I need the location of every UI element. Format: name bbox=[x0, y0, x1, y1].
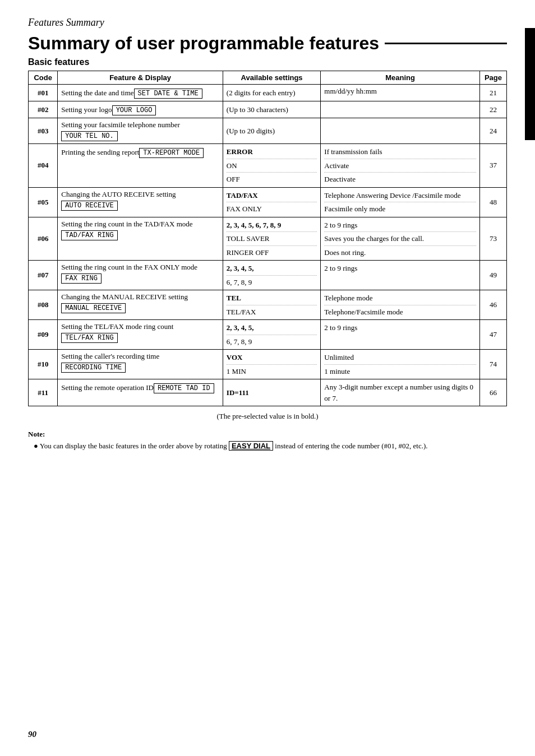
feature-text: Setting the date and time bbox=[61, 89, 133, 97]
code-cell: #10 bbox=[29, 350, 58, 379]
meaning-cell: 2 to 9 rings bbox=[321, 261, 480, 290]
meaning-line: If transmission fails bbox=[324, 146, 476, 157]
meaning-cell: mm/dd/yy hh:mm bbox=[321, 85, 480, 101]
feature-cell: Setting the date and timeSET DATE & TIME bbox=[58, 85, 223, 101]
note-title: Note: bbox=[28, 430, 45, 438]
feature-text: Changing the AUTO RECEIVE setting bbox=[61, 190, 176, 198]
available-cell: ERRORONOFF bbox=[223, 144, 321, 188]
available-line: 6, 7, 8, 9 bbox=[227, 275, 317, 288]
feature-display-box: YOUR LOGO bbox=[112, 105, 156, 115]
code-cell: #01 bbox=[29, 85, 58, 101]
meaning-line: 1 minute bbox=[324, 364, 476, 377]
code-cell: #02 bbox=[29, 101, 58, 118]
feature-display-box: SET DATE & TIME bbox=[134, 89, 202, 99]
note-section: Note: ● You can display the basic featur… bbox=[28, 430, 507, 451]
available-line: RINGER OFF bbox=[227, 245, 317, 258]
feature-cell: Setting the remote operation IDREMOTE TA… bbox=[58, 379, 223, 406]
code-cell: #06 bbox=[29, 217, 58, 261]
meaning-line: Saves you the charges for the call. bbox=[324, 231, 476, 244]
th-meaning: Meaning bbox=[321, 71, 480, 85]
feature-text: Setting the ring count in the FAX ONLY m… bbox=[61, 263, 197, 271]
available-line: TAD/FAX bbox=[227, 190, 317, 201]
page-cell: 66 bbox=[479, 379, 506, 406]
available-line: ERROR bbox=[227, 146, 317, 157]
meaning-line: Facsimile only mode bbox=[324, 202, 476, 215]
table-row: #10Setting the caller's recording timeRE… bbox=[29, 350, 507, 379]
feature-cell: Changing the MANUAL RECEIVE settingMANUA… bbox=[58, 290, 223, 320]
feature-display-box: RECORDING TIME bbox=[61, 363, 126, 373]
feature-display-box: YOUR TEL NO. bbox=[61, 131, 117, 141]
meaning-line: Activate bbox=[324, 159, 476, 171]
available-line: 2, 3, 4, 5, 6, 7, 8, 9 bbox=[227, 220, 317, 231]
page-cell: 47 bbox=[479, 320, 506, 350]
available-line: 2, 3, 4, 5, bbox=[227, 322, 317, 333]
available-line: 2, 3, 4, 5, bbox=[227, 263, 317, 274]
note-bullet-text: You can display the basic features in th… bbox=[40, 442, 227, 450]
code-cell: #09 bbox=[29, 320, 58, 350]
code-cell: #08 bbox=[29, 290, 58, 320]
page-cell: 73 bbox=[479, 217, 506, 261]
available-line: 1 MIN bbox=[227, 364, 317, 377]
code-cell: #05 bbox=[29, 187, 58, 217]
th-feature: Feature & Display bbox=[58, 71, 223, 85]
feature-text: Printing the sending report bbox=[61, 148, 139, 156]
right-tab bbox=[525, 28, 535, 140]
available-cell: (2 digits for each entry) bbox=[223, 85, 321, 101]
meaning-cell: Unlimited1 minute bbox=[321, 350, 480, 379]
feature-text: Setting the caller's recording time bbox=[61, 352, 159, 360]
feature-display-box: FAX RING bbox=[61, 273, 102, 284]
th-available: Available settings bbox=[223, 71, 321, 85]
pre-selected-note: (The pre-selected value is in bold.) bbox=[28, 412, 507, 421]
feature-text: Setting the ring count in the TAD/FAX mo… bbox=[61, 220, 192, 228]
available-cell: TAD/FAXFAX ONLY bbox=[223, 187, 321, 217]
feature-cell: Printing the sending reportTX-REPORT MOD… bbox=[58, 144, 223, 188]
meaning-line: Telephone Answering Device /Facsimile mo… bbox=[324, 190, 476, 201]
page-cell: 46 bbox=[479, 290, 506, 320]
table-row: #04Printing the sending reportTX-REPORT … bbox=[29, 144, 507, 188]
meaning-line: Telephone/Facsimile mode bbox=[324, 305, 476, 318]
sub-title: Basic features bbox=[28, 57, 507, 67]
available-line: ON bbox=[227, 159, 317, 171]
feature-cell: Setting your logoYOUR LOGO bbox=[58, 101, 223, 118]
meaning-line: Does not ring. bbox=[324, 245, 476, 258]
page-cell: 49 bbox=[479, 261, 506, 290]
meaning-line: Any 3-digit number except a number using… bbox=[324, 382, 476, 403]
th-page: Page bbox=[479, 71, 506, 85]
available-line: TEL/FAX bbox=[227, 305, 317, 318]
table-row: #09Setting the TEL/FAX mode ring countTE… bbox=[29, 320, 507, 350]
table-row: #07Setting the ring count in the FAX ONL… bbox=[29, 261, 507, 290]
feature-display-box: TAD/FAX RING bbox=[61, 230, 117, 240]
page-cell: 24 bbox=[479, 118, 506, 144]
page-number: 90 bbox=[28, 730, 36, 739]
code-cell: #03 bbox=[29, 118, 58, 144]
features-table: Code Feature & Display Available setting… bbox=[28, 71, 507, 406]
meaning-line: Unlimited bbox=[324, 352, 476, 363]
available-cell: 2, 3, 4, 5, 6, 7, 8, 9TOLL SAVERRINGER O… bbox=[223, 217, 321, 261]
feature-display-box: TEL/FAX RING bbox=[61, 333, 117, 343]
available-cell: (Up to 20 digits) bbox=[223, 118, 321, 144]
feature-text: Setting your logo bbox=[61, 105, 112, 114]
table-row: #05Changing the AUTO RECEIVE settingAUTO… bbox=[29, 187, 507, 217]
page-cell: 74 bbox=[479, 350, 506, 379]
feature-display-box: TX-REPORT MODE bbox=[139, 148, 204, 158]
feature-text: Setting the remote operation ID bbox=[61, 383, 154, 392]
code-cell: #04 bbox=[29, 144, 58, 188]
page-cell: 48 bbox=[479, 187, 506, 217]
meaning-cell: 2 to 9 ringsSaves you the charges for th… bbox=[321, 217, 480, 261]
feature-cell: Setting the caller's recording timeRECOR… bbox=[58, 350, 223, 379]
page-cell: 22 bbox=[479, 101, 506, 118]
easy-dial-box: EASY DIAL bbox=[229, 441, 273, 451]
page-cell: 21 bbox=[479, 85, 506, 101]
feature-text: Setting your facsimile telephone number bbox=[61, 120, 180, 129]
table-row: #02Setting your logoYOUR LOGO(Up to 30 c… bbox=[29, 101, 507, 118]
meaning-line: 2 to 9 rings bbox=[324, 220, 476, 231]
available-cell: TELTEL/FAX bbox=[223, 290, 321, 320]
feature-display-box: MANUAL RECEIVE bbox=[61, 303, 126, 313]
meaning-cell bbox=[321, 118, 480, 144]
main-title: Summary of user programmable features bbox=[28, 33, 507, 54]
table-row: #08Changing the MANUAL RECEIVE settingMA… bbox=[29, 290, 507, 320]
feature-display-box: AUTO RECEIVE bbox=[61, 201, 117, 211]
note-bullet: ● You can display the basic features in … bbox=[34, 441, 507, 451]
meaning-line: 2 to 9 rings bbox=[324, 322, 476, 333]
available-cell: 2, 3, 4, 5,6, 7, 8, 9 bbox=[223, 261, 321, 290]
